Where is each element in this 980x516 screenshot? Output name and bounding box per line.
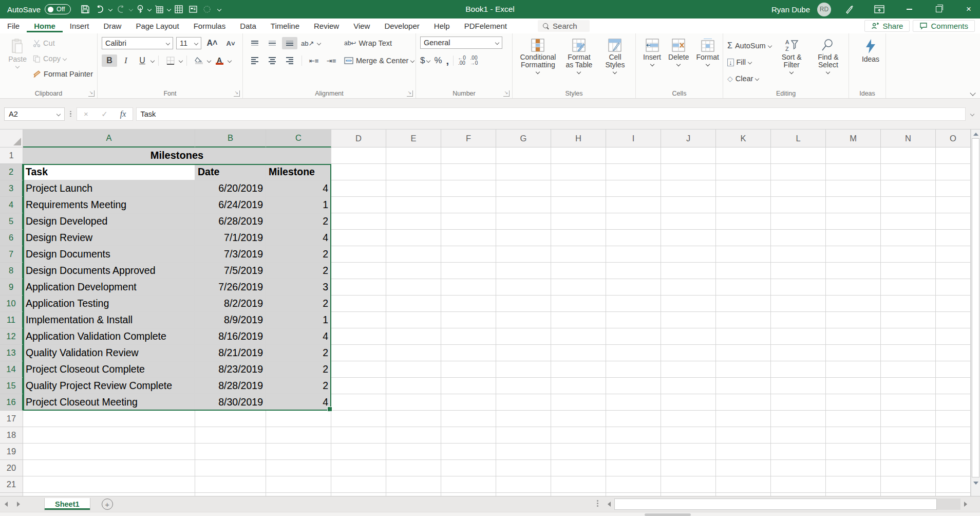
sparkle-pen-icon[interactable]: [838, 0, 861, 19]
cell-M4[interactable]: [826, 197, 881, 213]
tab-review[interactable]: Review: [307, 20, 346, 32]
decrease-decimal-icon[interactable]: .00→0: [470, 56, 478, 66]
cell-H13[interactable]: [551, 345, 606, 361]
cell-N1[interactable]: [881, 148, 936, 164]
cell-I8[interactable]: [606, 263, 661, 279]
cell-L15[interactable]: [771, 378, 826, 394]
cell-E2[interactable]: [386, 164, 441, 180]
cell-I21[interactable]: [606, 476, 661, 493]
cell-A12[interactable]: Application Validation Complete: [23, 328, 195, 345]
cell-L12[interactable]: [771, 328, 826, 345]
cell-B17[interactable]: [195, 411, 266, 427]
cell-A20[interactable]: [23, 460, 195, 476]
cell-D13[interactable]: [331, 345, 386, 361]
cell-K15[interactable]: [716, 378, 771, 394]
cell-O1[interactable]: [936, 148, 971, 164]
cell-E4[interactable]: [386, 197, 441, 213]
row-header-16[interactable]: 16: [0, 394, 23, 411]
cell-M13[interactable]: [826, 345, 881, 361]
cell-N2[interactable]: [881, 164, 936, 180]
cell-M3[interactable]: [826, 180, 881, 197]
formula-input[interactable]: Task: [136, 107, 966, 121]
cell-D8[interactable]: [331, 263, 386, 279]
dialog-launcher-font[interactable]: ↘: [234, 90, 240, 97]
cell-N10[interactable]: [881, 296, 936, 312]
cell-I19[interactable]: [606, 444, 661, 460]
cell-H19[interactable]: [551, 444, 606, 460]
cell-K19[interactable]: [716, 444, 771, 460]
scroll-up-icon[interactable]: [971, 130, 980, 138]
cell-O18[interactable]: [936, 427, 971, 444]
dialog-launcher-number[interactable]: ↘: [503, 90, 510, 97]
wrap-text-button[interactable]: ab↩ Wrap Text: [344, 36, 414, 50]
cell-F15[interactable]: [441, 378, 496, 394]
collapse-ribbon-icon[interactable]: [970, 90, 975, 96]
tab-scroll-splitter[interactable]: [597, 500, 598, 507]
cell-H14[interactable]: [551, 361, 606, 378]
cell-L6[interactable]: [771, 230, 826, 246]
cell-F3[interactable]: [441, 180, 496, 197]
cell-M5[interactable]: [826, 213, 881, 230]
cell-A9[interactable]: Application Development: [23, 279, 195, 296]
cell-D20[interactable]: [331, 460, 386, 476]
cell-F7[interactable]: [441, 246, 496, 263]
cell-E8[interactable]: [386, 263, 441, 279]
fill-button[interactable]: ↓ Fill: [727, 56, 771, 69]
tab-developer[interactable]: Developer: [377, 20, 426, 32]
decrease-indent-icon[interactable]: ⇤≡: [306, 54, 322, 67]
cell-M20[interactable]: [826, 460, 881, 476]
cell-A7[interactable]: Design Documents: [23, 246, 195, 263]
row-header-13[interactable]: 13: [0, 345, 23, 361]
cell-B21[interactable]: [195, 476, 266, 493]
cell-I6[interactable]: [606, 230, 661, 246]
row-header-3[interactable]: 3: [0, 180, 23, 197]
cell-B3[interactable]: 6/20/2019: [195, 180, 266, 197]
cell-I7[interactable]: [606, 246, 661, 263]
cell-K6[interactable]: [716, 230, 771, 246]
comments-button[interactable]: Comments: [913, 20, 975, 32]
hscroll-right-icon[interactable]: [962, 499, 970, 510]
undo-dropdown-icon[interactable]: [108, 7, 112, 11]
align-top-icon[interactable]: [247, 37, 262, 49]
cell-J5[interactable]: [661, 213, 716, 230]
cell-K2[interactable]: [716, 164, 771, 180]
cell-A6[interactable]: Design Review: [23, 230, 195, 246]
row-header-2[interactable]: 2: [0, 164, 23, 180]
cell-I9[interactable]: [606, 279, 661, 296]
comma-format-icon[interactable]: ,: [446, 55, 449, 67]
vertical-scrollbar[interactable]: [971, 130, 980, 496]
align-bottom-icon[interactable]: [282, 37, 297, 49]
undo-icon[interactable]: [93, 4, 107, 15]
cell-I4[interactable]: [606, 197, 661, 213]
row-header-15[interactable]: 15: [0, 378, 23, 394]
font-name-select[interactable]: Calibri: [102, 37, 173, 49]
customize-qat-icon[interactable]: [217, 7, 221, 11]
cell-O10[interactable]: [936, 296, 971, 312]
tab-file[interactable]: File: [0, 20, 27, 32]
col-header-D[interactable]: D: [331, 130, 386, 148]
cell-K3[interactable]: [716, 180, 771, 197]
next-sheet-icon[interactable]: [17, 502, 20, 507]
sort-filter-button[interactable]: AZ Sort & Filter: [776, 36, 808, 88]
cell-I1[interactable]: [606, 148, 661, 164]
col-header-O[interactable]: O: [936, 130, 971, 148]
cell-F16[interactable]: [441, 394, 496, 411]
search-box[interactable]: Search: [538, 20, 590, 32]
cell-G14[interactable]: [496, 361, 551, 378]
cell-G10[interactable]: [496, 296, 551, 312]
cell-D4[interactable]: [331, 197, 386, 213]
cell-K1[interactable]: [716, 148, 771, 164]
cell-E12[interactable]: [386, 328, 441, 345]
fill-color-icon[interactable]: [191, 54, 206, 67]
cell-C6[interactable]: 4: [266, 230, 331, 246]
increase-decimal-icon[interactable]: ←0.00: [458, 56, 466, 66]
cell-D3[interactable]: [331, 180, 386, 197]
cell-I11[interactable]: [606, 312, 661, 328]
cell-N12[interactable]: [881, 328, 936, 345]
bold-button[interactable]: B: [102, 54, 117, 67]
cell-G20[interactable]: [496, 460, 551, 476]
name-box-dropdown-icon[interactable]: [56, 112, 61, 116]
number-format-select[interactable]: General: [420, 36, 502, 49]
cell-H7[interactable]: [551, 246, 606, 263]
cell-B2[interactable]: Date: [195, 164, 266, 180]
